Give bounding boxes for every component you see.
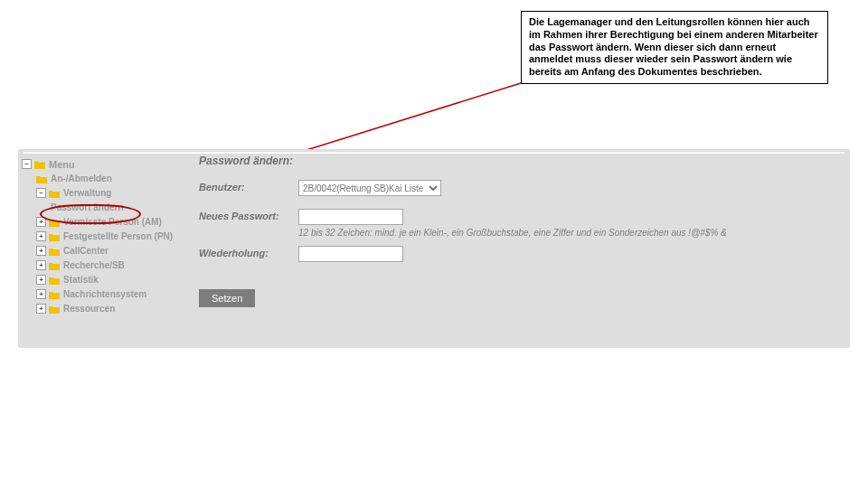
sidebar-tree: − Menu An-/Abmelden − Verwaltung Passwor… <box>18 156 188 316</box>
tree-root-menu[interactable]: − Menu <box>18 157 188 171</box>
sidebar-item-label: Recherche/SB <box>63 260 125 270</box>
folder-icon <box>49 232 60 241</box>
toggle-open-icon[interactable]: − <box>22 159 32 169</box>
row-benutzer: Benutzer: 2B/0042(Rettung SB)Kai Liste <box>199 180 843 196</box>
folder-icon <box>49 276 60 285</box>
tree-root-label: Menu <box>49 159 75 170</box>
sidebar-item-label: Vermisste Person (AM) <box>63 217 162 227</box>
toggle-open-icon[interactable]: − <box>36 188 46 198</box>
sidebar-item-nachrichten[interactable]: + Nachrichtensystem <box>18 287 188 301</box>
toggle-closed-icon[interactable]: + <box>36 217 46 227</box>
wiederholung-label: Wiederholung: <box>199 246 298 258</box>
folder-icon <box>49 305 60 314</box>
panel-divider <box>24 152 844 154</box>
sidebar-item-label: Statistik <box>63 275 99 285</box>
sidebar-item-label: Verwaltung <box>63 188 111 198</box>
sidebar-item-passwort-aendern[interactable]: Passwort ändern <box>18 201 188 214</box>
folder-icon <box>49 189 60 198</box>
folder-icon <box>49 218 60 227</box>
folder-icon <box>34 160 45 169</box>
sidebar-item-label: CallCenter <box>63 246 108 256</box>
sidebar-item-ressourcen[interactable]: + Ressourcen <box>18 302 188 315</box>
passwort-hint: 12 bis 32 Zeichen: mind. je ein Klein-, … <box>298 227 843 239</box>
toggle-closed-icon[interactable]: + <box>36 289 46 299</box>
callout-text: Die Lagemanager und den Leitungsrollen k… <box>529 16 818 77</box>
neues-passwort-label: Neues Passwort: <box>199 209 298 221</box>
sidebar-item-statistik[interactable]: + Statistik <box>18 273 188 286</box>
toggle-closed-icon[interactable]: + <box>36 275 46 285</box>
sidebar-item-vermisste[interactable]: + Vermisste Person (AM) <box>18 215 188 229</box>
neues-passwort-input[interactable] <box>298 209 403 225</box>
folder-icon <box>36 174 47 183</box>
toggle-closed-icon[interactable]: + <box>36 304 46 314</box>
sidebar-item-label: Passwort ändern <box>51 202 124 212</box>
benutzer-select[interactable]: 2B/0042(Rettung SB)Kai Liste <box>298 180 441 196</box>
content-area: Password ändern: Benutzer: 2B/0042(Rettu… <box>199 155 843 307</box>
toggle-closed-icon[interactable]: + <box>36 231 46 241</box>
app-panel: − Menu An-/Abmelden − Verwaltung Passwor… <box>18 149 850 348</box>
toggle-closed-icon[interactable]: + <box>36 246 46 256</box>
toggle-closed-icon[interactable]: + <box>36 260 46 270</box>
sidebar-item-label: An-/Abmelden <box>51 174 112 183</box>
sidebar-item-recherche[interactable]: + Recherche/SB <box>18 258 188 272</box>
row-neues-passwort: Neues Passwort: 12 bis 32 Zeichen: mind.… <box>199 209 843 239</box>
setzen-button[interactable]: Setzen <box>199 289 255 307</box>
benutzer-label: Benutzer: <box>199 180 298 192</box>
folder-icon <box>49 290 60 299</box>
content-title: Password ändern: <box>199 155 843 167</box>
row-wiederholung: Wiederholung: <box>199 246 843 262</box>
sidebar-item-festgestellte[interactable]: + Festgestellte Person (PN) <box>18 230 188 243</box>
wiederholung-input[interactable] <box>298 246 403 262</box>
sidebar-item-callcenter[interactable]: + CallCenter <box>18 244 188 258</box>
sidebar-item-label: Ressourcen <box>63 304 115 314</box>
sidebar-item-label: Festgestellte Person (PN) <box>63 231 173 241</box>
sidebar-item-anmelden[interactable]: An-/Abmelden <box>18 172 188 185</box>
folder-icon <box>49 247 60 256</box>
sidebar-item-verwaltung[interactable]: − Verwaltung <box>18 186 188 200</box>
folder-icon <box>49 261 60 270</box>
sidebar-item-label: Nachrichtensystem <box>63 289 146 299</box>
callout-box: Die Lagemanager und den Leitungsrollen k… <box>521 11 828 84</box>
